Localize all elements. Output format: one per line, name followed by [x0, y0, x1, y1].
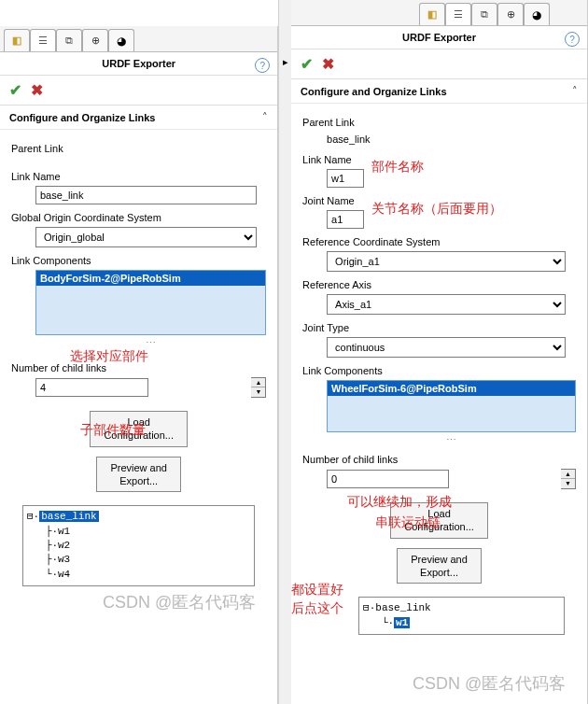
ref-axis-select[interactable]: Axis_a1 — [327, 294, 566, 315]
ref-axis-label: Reference Axis — [302, 279, 576, 290]
action-row: ✔ ✖ — [291, 49, 587, 79]
tabbar: ◧ ☰ ⧉ ⊕ ◕ — [291, 0, 587, 26]
link-name-label: Link Name — [302, 154, 576, 165]
section-title: Configure and Organize Links — [301, 86, 446, 97]
tab-property[interactable]: ☰ — [445, 3, 471, 25]
preview-export-button[interactable]: Preview and Export... — [96, 457, 181, 493]
joint-type-label: Joint Type — [302, 322, 576, 333]
ref-coord-select[interactable]: Origin_a1 — [327, 251, 566, 272]
tree-view[interactable]: ⊟·base_link └·w1 — [358, 597, 565, 635]
tab-target[interactable]: ⊕ — [82, 29, 108, 51]
gutter: ▸ — [278, 0, 291, 704]
preview-export-button[interactable]: Preview and Export... — [397, 548, 482, 584]
child-links-input[interactable] — [35, 378, 148, 397]
tree-item: ├·w3 — [27, 553, 250, 567]
tabbar: ◧ ☰ ⧉ ⊕ ◕ — [0, 26, 277, 52]
annotation-child: 子部件数量 — [80, 422, 146, 439]
pie-icon: ◕ — [117, 35, 126, 48]
left-panel: ◧ ☰ ⧉ ⊕ ◕ URDF Exporter ? ✔ ✖ Configure … — [0, 26, 278, 704]
selected-component[interactable]: WheelForSim-6@PipeRobSim — [328, 381, 575, 396]
link-name-label: Link Name — [11, 171, 266, 182]
tab-appearance[interactable]: ◕ — [108, 29, 134, 51]
annotation-linkname: 部件名称 — [371, 159, 424, 176]
child-links-label: Number of child links — [302, 454, 576, 465]
tab-appearance[interactable]: ◕ — [524, 3, 550, 25]
target-icon: ⊕ — [507, 8, 515, 21]
ok-icon[interactable]: ✔ — [301, 55, 313, 73]
tab-config[interactable]: ⧉ — [56, 29, 82, 51]
title-row: URDF Exporter ? — [291, 26, 587, 49]
page-title: URDF Exporter — [402, 32, 476, 43]
section-header[interactable]: Configure and Organize Links ˄ — [291, 79, 587, 104]
tree-item: ├·w1 — [27, 525, 250, 539]
link-name-input[interactable] — [35, 186, 257, 204]
section-header[interactable]: Configure and Organize Links ˄ — [0, 106, 277, 130]
cancel-icon[interactable]: ✖ — [31, 81, 43, 99]
watermark: CSDN @匿名代码客 — [103, 591, 256, 613]
ref-coord-label: Reference Coordinate System — [302, 236, 576, 247]
parent-link-value: base_link — [302, 132, 576, 147]
annotation-preview2: 后点这个 — [291, 600, 343, 617]
annotation-select: 选择对应部件 — [70, 348, 148, 365]
cancel-icon[interactable]: ✖ — [322, 55, 334, 73]
annotation-child2: 串联运动链 — [375, 514, 441, 531]
component-listbox[interactable]: BodyForSim-2@PipeRobSim — [35, 270, 266, 335]
section-body: Parent Link Link Name Global Origin Coor… — [0, 130, 277, 599]
selected-component[interactable]: BodyForSim-2@PipeRobSim — [36, 271, 265, 286]
parent-link-label: Parent Link — [11, 143, 266, 154]
section-title: Configure and Organize Links — [9, 112, 155, 123]
list-icon: ☰ — [38, 35, 48, 47]
config-section: Configure and Organize Links ˄ Parent Li… — [291, 79, 587, 648]
title-row: URDF Exporter ? — [0, 52, 277, 76]
resize-handle-icon[interactable]: ⋯ — [327, 434, 576, 446]
parent-link-label: Parent Link — [302, 117, 576, 128]
chevron-up-icon[interactable]: ˄ — [262, 111, 268, 123]
chevron-up-icon[interactable]: ˄ — [572, 85, 578, 97]
tree-item[interactable]: w1 — [394, 617, 410, 628]
tab-config[interactable]: ⧉ — [471, 3, 497, 25]
tab-property[interactable]: ☰ — [30, 29, 56, 51]
action-row: ✔ ✖ — [0, 76, 277, 106]
link-components-label: Link Components — [11, 255, 266, 266]
link-components-label: Link Components — [302, 365, 576, 376]
tree-item: └·w4 — [27, 568, 250, 582]
child-links-input[interactable] — [327, 470, 448, 488]
config-section: Configure and Organize Links ˄ Parent Li… — [0, 106, 277, 599]
tree-root[interactable]: base_link — [375, 602, 430, 613]
help-icon[interactable]: ? — [255, 58, 270, 73]
tab-feature[interactable]: ◧ — [4, 29, 30, 51]
cube-icon: ◧ — [427, 8, 437, 21]
tree-view[interactable]: ⊟·base_link ├·w1 ├·w2 ├·w3 └·w4 — [22, 505, 255, 586]
annotation-child1: 可以继续加，形成 — [347, 494, 452, 511]
section-body: Parent Link base_link Link Name 部件名称 Joi… — [291, 104, 587, 648]
pie-icon: ◕ — [532, 8, 541, 21]
tab-feature[interactable]: ◧ — [419, 3, 445, 25]
spinner-buttons[interactable]: ▲▼ — [251, 377, 266, 398]
watermark: CSDN @匿名代码客 — [413, 672, 566, 695]
help-icon[interactable]: ? — [565, 32, 580, 47]
annotation-jointname: 关节名称（后面要用） — [371, 201, 502, 218]
page-title: URDF Exporter — [102, 58, 175, 69]
global-origin-select[interactable]: Origin_global — [35, 227, 257, 247]
cube-icon: ◧ — [12, 35, 21, 47]
component-listbox[interactable]: WheelForSim-6@PipeRobSim — [327, 380, 576, 432]
ok-icon[interactable]: ✔ — [9, 81, 21, 99]
joint-type-select[interactable]: continuous — [327, 337, 566, 358]
spinner-buttons[interactable]: ▲▼ — [561, 469, 576, 489]
link-name-input[interactable] — [327, 169, 364, 188]
expand-arrow-icon[interactable]: ▸ — [283, 56, 288, 68]
tree-root[interactable]: base_link — [39, 511, 98, 522]
tree-item: ├·w2 — [27, 539, 250, 553]
global-origin-label: Global Origin Coordinate System — [11, 212, 266, 223]
target-icon: ⊕ — [91, 35, 100, 47]
annotation-preview1: 都设置好 — [291, 582, 343, 598]
joint-name-input[interactable] — [327, 210, 364, 229]
tab-target[interactable]: ⊕ — [497, 3, 524, 25]
right-panel: ◧ ☰ ⧉ ⊕ ◕ URDF Exporter ? ✔ ✖ Configure … — [291, 0, 588, 704]
config-icon: ⧉ — [65, 35, 73, 47]
list-icon: ☰ — [454, 8, 463, 21]
config-icon: ⧉ — [481, 8, 488, 21]
